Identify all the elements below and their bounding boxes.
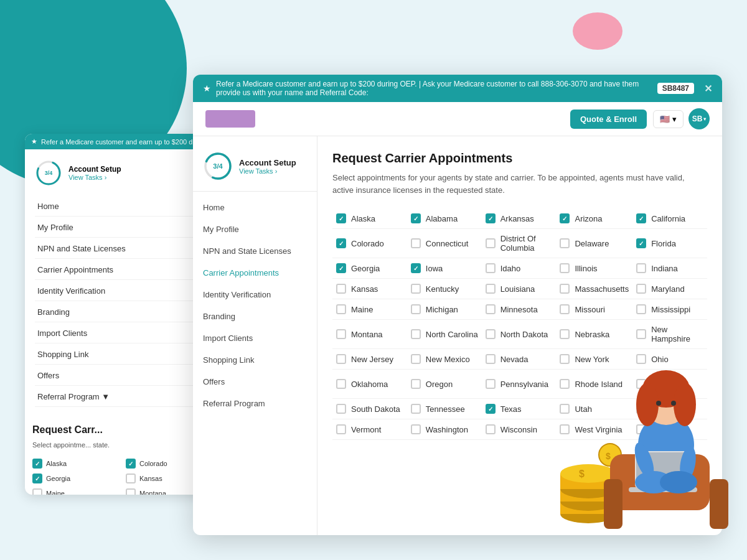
state-checkbox-new-york[interactable] bbox=[560, 354, 570, 364]
state-cell-connecticut[interactable]: Connecticut bbox=[407, 229, 482, 258]
state-checkbox-oklahoma[interactable] bbox=[336, 379, 346, 389]
state-checkbox-california[interactable] bbox=[636, 213, 646, 223]
state-cell-new-jersey[interactable]: New Jersey bbox=[332, 349, 407, 370]
state-checkbox-washington[interactable] bbox=[411, 424, 421, 434]
state-cell-kentucky[interactable]: Kentucky bbox=[407, 279, 482, 299]
state-checkbox-kansas[interactable] bbox=[336, 284, 346, 294]
state-cell-arizona[interactable]: Arizona bbox=[556, 208, 632, 229]
nav-item-home[interactable]: Home bbox=[193, 197, 317, 218]
state-checkbox-vermont[interactable] bbox=[336, 424, 346, 434]
nav-item-carrier-appointments[interactable]: Carrier Appointments bbox=[193, 262, 317, 284]
state-checkbox-maine[interactable] bbox=[336, 304, 346, 314]
state-checkbox-nevada[interactable] bbox=[486, 354, 496, 364]
state-cell-missouri[interactable]: Missouri bbox=[556, 299, 632, 320]
state-checkbox-indiana[interactable] bbox=[636, 263, 646, 273]
state-checkbox-delaware[interactable] bbox=[560, 238, 570, 248]
state-cell-illinois[interactable]: Illinois bbox=[556, 258, 632, 279]
state-cell-idaho[interactable]: Idaho bbox=[482, 258, 557, 279]
nav-item-my-profile[interactable]: My Profile bbox=[193, 218, 317, 240]
state-checkbox-new-jersey[interactable] bbox=[336, 354, 346, 364]
state-cell-oklahoma[interactable]: Oklahoma bbox=[332, 370, 407, 399]
nav-item-branding[interactable]: Branding bbox=[193, 306, 317, 327]
nav-item-offers[interactable]: Offers bbox=[193, 371, 317, 393]
state-cell-louisiana[interactable]: Louisiana bbox=[482, 279, 557, 299]
state-checkbox-north-dakota[interactable] bbox=[486, 329, 496, 339]
state-checkbox-montana[interactable] bbox=[336, 329, 346, 339]
state-cell-district-of-columbia[interactable]: District Of Columbia bbox=[482, 229, 557, 258]
nav-item-identity-verification[interactable]: Identity Verification bbox=[193, 284, 317, 306]
state-cell-michigan[interactable]: Michigan bbox=[407, 299, 482, 320]
quote-enroll-button[interactable]: Quote & Enroll bbox=[570, 110, 647, 129]
state-checkbox-nebraska[interactable] bbox=[560, 329, 570, 339]
state-cell-south-dakota[interactable]: South Dakota bbox=[332, 399, 407, 419]
state-checkbox-new-mexico[interactable] bbox=[411, 354, 421, 364]
state-checkbox-utah[interactable] bbox=[560, 404, 570, 414]
state-cell-vermont[interactable]: Vermont bbox=[332, 419, 407, 440]
state-cell-new-mexico[interactable]: New Mexico bbox=[407, 349, 482, 370]
state-checkbox-florida[interactable] bbox=[636, 238, 646, 248]
state-cell-massachusetts[interactable]: Massachusetts bbox=[556, 279, 632, 299]
state-checkbox-pennsylvania[interactable] bbox=[486, 379, 496, 389]
close-icon[interactable]: ✕ bbox=[704, 83, 712, 95]
state-checkbox-connecticut[interactable] bbox=[411, 238, 421, 248]
state-cell-minnesota[interactable]: Minnesota bbox=[482, 299, 557, 320]
state-cell-north-carolina[interactable]: North Carolina bbox=[407, 320, 482, 349]
state-checkbox-rhode-island[interactable] bbox=[560, 379, 570, 389]
state-cell-indiana[interactable]: Indiana bbox=[632, 258, 707, 279]
state-cell-mississippi[interactable]: Mississippi bbox=[632, 299, 707, 320]
state-checkbox-massachusetts[interactable] bbox=[560, 284, 570, 294]
state-checkbox-minnesota[interactable] bbox=[486, 304, 496, 314]
state-checkbox-arizona[interactable] bbox=[560, 213, 570, 223]
state-checkbox-michigan[interactable] bbox=[411, 304, 421, 314]
state-cell-alaska[interactable]: Alaska bbox=[332, 208, 407, 229]
state-checkbox-tennessee[interactable] bbox=[411, 404, 421, 414]
state-cell-florida[interactable]: Florida bbox=[632, 229, 707, 258]
state-checkbox-alaska[interactable] bbox=[336, 213, 346, 223]
state-cell-delaware[interactable]: Delaware bbox=[556, 229, 632, 258]
state-cell-georgia[interactable]: Georgia bbox=[332, 258, 407, 279]
state-cell-alabama[interactable]: Alabama bbox=[407, 208, 482, 229]
state-checkbox-district-of-columbia[interactable] bbox=[486, 238, 496, 248]
view-tasks-link[interactable]: View Tasks › bbox=[239, 167, 296, 175]
state-checkbox-missouri[interactable] bbox=[560, 304, 570, 314]
state-cell-pennsylvania[interactable]: Pennsylvania bbox=[482, 370, 557, 399]
state-checkbox-colorado[interactable] bbox=[336, 238, 346, 248]
state-checkbox-wisconsin[interactable] bbox=[486, 424, 496, 434]
state-checkbox-mississippi[interactable] bbox=[636, 304, 646, 314]
state-checkbox-iowa[interactable] bbox=[411, 263, 421, 273]
nav-item-referral-program[interactable]: Referral Program bbox=[193, 393, 317, 414]
state-cell-nevada[interactable]: Nevada bbox=[482, 349, 557, 370]
state-cell-maryland[interactable]: Maryland bbox=[632, 279, 707, 299]
state-checkbox-maryland[interactable] bbox=[636, 284, 646, 294]
state-cell-kansas[interactable]: Kansas bbox=[332, 279, 407, 299]
state-cell-north-dakota[interactable]: North Dakota bbox=[482, 320, 557, 349]
state-checkbox-illinois[interactable] bbox=[560, 263, 570, 273]
state-checkbox-north-carolina[interactable] bbox=[411, 329, 421, 339]
nav-item-npn-and-state-licenses[interactable]: NPN and State Licenses bbox=[193, 240, 317, 262]
state-cell-arkansas[interactable]: Arkansas bbox=[482, 208, 557, 229]
state-cell-montana[interactable]: Montana bbox=[332, 320, 407, 349]
state-checkbox-idaho[interactable] bbox=[486, 263, 496, 273]
state-checkbox-west-virginia[interactable] bbox=[560, 424, 570, 434]
state-checkbox-georgia[interactable] bbox=[336, 263, 346, 273]
state-checkbox-louisiana[interactable] bbox=[486, 284, 496, 294]
state-cell-iowa[interactable]: Iowa bbox=[407, 258, 482, 279]
state-checkbox-alabama[interactable] bbox=[411, 213, 421, 223]
state-cell-oregon[interactable]: Oregon bbox=[407, 370, 482, 399]
language-selector[interactable]: 🇺🇸 ▾ bbox=[653, 110, 684, 128]
nav-item-import-clients[interactable]: Import Clients bbox=[193, 327, 317, 349]
state-cell-wisconsin[interactable]: Wisconsin bbox=[482, 419, 557, 440]
state-checkbox-texas[interactable] bbox=[486, 404, 496, 414]
state-checkbox-oregon[interactable] bbox=[411, 379, 421, 389]
nav-item-shopping-link[interactable]: Shopping Link bbox=[193, 349, 317, 371]
state-cell-washington[interactable]: Washington bbox=[407, 419, 482, 440]
state-cell-colorado[interactable]: Colorado bbox=[332, 229, 407, 258]
state-checkbox-south-dakota[interactable] bbox=[336, 404, 346, 414]
user-menu-button[interactable]: SB ▾ bbox=[688, 108, 710, 129]
state-checkbox-kentucky[interactable] bbox=[411, 284, 421, 294]
state-cell-maine[interactable]: Maine bbox=[332, 299, 407, 320]
state-cell-california[interactable]: California bbox=[632, 208, 707, 229]
state-cell-texas[interactable]: Texas bbox=[482, 399, 557, 419]
state-checkbox-arkansas[interactable] bbox=[486, 213, 496, 223]
state-cell-tennessee[interactable]: Tennessee bbox=[407, 399, 482, 419]
